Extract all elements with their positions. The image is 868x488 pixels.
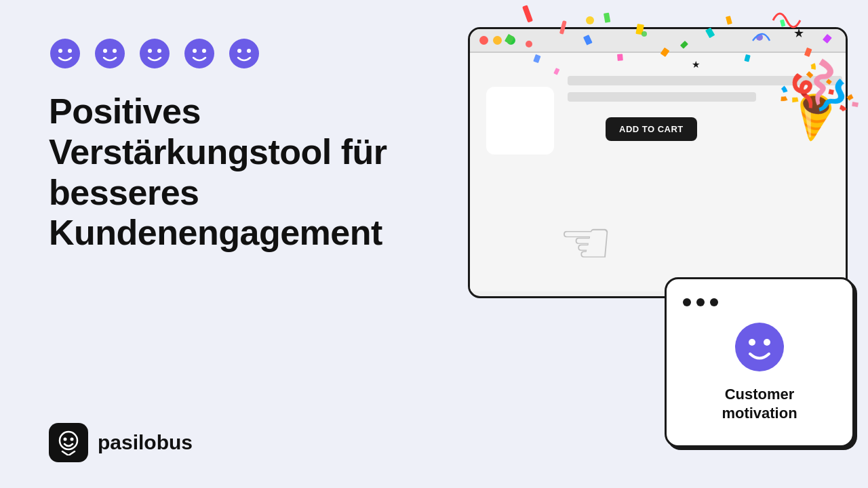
card-dot-3: [710, 298, 718, 306]
svg-point-41: [735, 323, 784, 371]
hand-pointer-icon: ☞: [558, 207, 613, 278]
svg-point-42: [749, 339, 755, 346]
svg-point-12: [229, 39, 259, 68]
left-panel: Positives Verstärkungstool für besseres …: [49, 37, 429, 253]
svg-point-11: [202, 49, 206, 53]
svg-point-43: [764, 339, 770, 346]
traffic-light-red: [479, 36, 488, 45]
smiley-icon-5: [228, 37, 260, 70]
card-dot-2: [696, 298, 705, 306]
svg-line-18: [62, 451, 68, 455]
card-dots: [683, 298, 718, 306]
svg-point-13: [237, 49, 241, 53]
emoji-row: [49, 37, 429, 70]
svg-point-14: [247, 49, 251, 53]
product-line-2: [568, 92, 756, 102]
main-headline: Positives Verstärkungstool für besseres …: [49, 92, 429, 253]
card-dot-1: [683, 298, 691, 306]
svg-point-8: [157, 49, 161, 53]
svg-point-17: [71, 438, 74, 441]
svg-rect-23: [604, 13, 610, 23]
svg-point-5: [113, 49, 117, 53]
smiley-icon-3: [138, 37, 171, 70]
browser-mockup: ADD TO CART ☞: [468, 27, 848, 298]
logo-area: pasilobus: [49, 423, 193, 462]
svg-rect-20: [522, 5, 533, 22]
svg-point-6: [140, 39, 170, 68]
svg-point-7: [148, 49, 152, 53]
svg-point-4: [103, 49, 107, 53]
svg-point-10: [193, 49, 197, 53]
svg-point-1: [58, 49, 62, 53]
traffic-light-yellow: [493, 36, 502, 45]
product-thumbnail: [486, 87, 554, 155]
svg-point-9: [184, 39, 214, 68]
traffic-light-green: [507, 36, 515, 45]
svg-point-0: [50, 39, 80, 68]
card-smiley-icon: [732, 320, 787, 374]
smiley-icon-2: [94, 37, 126, 70]
svg-rect-39: [780, 19, 785, 26]
motivation-card: Customer motivation: [665, 277, 854, 447]
svg-point-36: [586, 16, 594, 24]
svg-line-19: [68, 451, 75, 455]
pasilobus-icon: [56, 430, 81, 455]
svg-point-2: [68, 49, 72, 53]
smiley-icon-1: [49, 37, 81, 70]
logo-text: pasilobus: [98, 431, 193, 454]
browser-toolbar: [470, 29, 846, 53]
add-to-cart-button[interactable]: ADD TO CART: [606, 117, 697, 141]
svg-rect-28: [726, 16, 732, 24]
svg-point-3: [95, 39, 125, 68]
smiley-icon-4: [183, 37, 216, 70]
svg-point-16: [64, 438, 67, 441]
card-title: Customer motivation: [722, 385, 797, 424]
logo-icon: [49, 423, 88, 462]
